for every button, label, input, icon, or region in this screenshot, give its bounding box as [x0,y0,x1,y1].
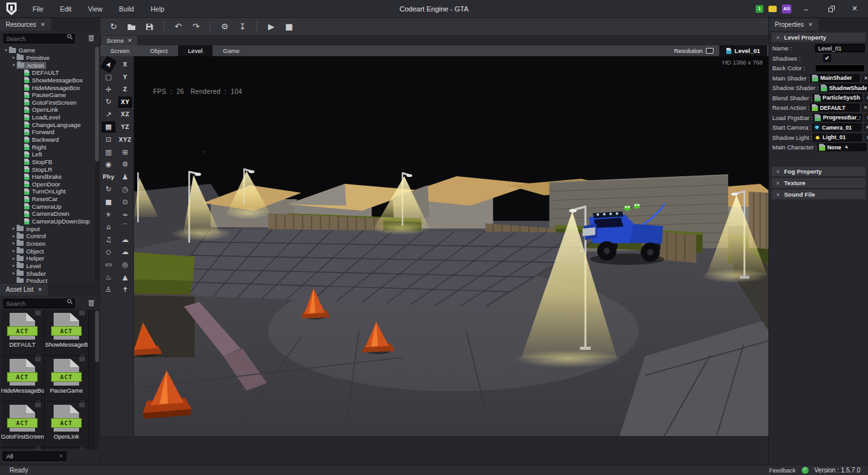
close-icon[interactable]: ✕ [41,22,45,27]
restore-button[interactable] [821,0,840,18]
level-tab[interactable]: Level_01 [719,45,767,56]
delete-button[interactable] [86,33,96,43]
asset-search-input[interactable] [3,299,75,308]
asset-pausegame[interactable]: ACTPauseGame [45,356,89,402]
settings-button[interactable]: ⚙ [216,20,233,34]
axis-z[interactable]: Z [118,84,132,95]
redo-button[interactable]: ↷ [188,20,204,34]
axis-xyz[interactable]: XYZ [118,134,132,146]
close-icon[interactable]: ✕ [809,22,813,27]
chat-icon[interactable] [768,6,777,12]
asset-openlink[interactable]: ACTOpenLink [45,402,89,448]
tab-asset-list[interactable]: Asset List ✕ [0,283,48,296]
select-tool[interactable]: ➤ [100,56,117,73]
caret-closed-icon[interactable]: ▸ [11,263,17,268]
tree-item-cameraupdownstop[interactable]: CameraUpDownStop [0,218,100,225]
subtab-screen[interactable]: Screen [100,45,140,56]
ghost-object[interactable]: ♙ [101,284,116,296]
tree-item-helper[interactable]: ▸Helper [0,255,100,262]
tree-item-action[interactable]: ▾Action [0,61,100,69]
notification-badge[interactable]: 1 [756,5,763,13]
feedback-link[interactable]: Feedback [769,467,796,474]
tree-item-shader[interactable]: ▸Shader [0,269,100,277]
clear-reference-button[interactable]: ✕ [862,103,868,112]
asset-scrollbar[interactable] [95,310,99,449]
menu-view[interactable]: View [80,5,111,13]
reference-chip[interactable]: ProgressBar_0 [812,114,862,122]
asset-hidemessagebox[interactable]: ACTHideMessageBox [1,356,45,402]
caret-closed-icon[interactable]: ▸ [11,248,17,253]
undo-button[interactable]: ↶ [170,20,186,34]
fog-object[interactable]: ☁ [118,246,132,258]
tree-item-loadlevel[interactable]: LoadLevel [0,114,100,121]
tree-item-right[interactable]: Right [0,143,100,151]
menu-help[interactable]: Help [142,5,173,13]
asset-partial[interactable]: ACT [1,448,45,449]
stop-button[interactable]: ■ [281,20,297,34]
tree-item-object[interactable]: ▸Object [0,247,100,255]
export-tool[interactable]: ↗ [101,109,116,120]
subtab-object[interactable]: Object [140,45,177,56]
tree-item-showmessagebox[interactable]: ShowMessageBox [0,77,100,84]
tree-item-backward[interactable]: Backward [0,136,100,144]
caret-closed-icon[interactable]: ▸ [11,234,17,239]
fire-object[interactable]: ♨ [101,271,116,283]
axis-yz[interactable]: YZ [118,121,132,133]
caret-open-icon[interactable]: ▾ [3,48,9,53]
reference-chip[interactable]: MainShader [810,74,860,82]
shadows-checkbox[interactable]: ✔ [823,54,831,62]
close-icon[interactable]: ✕ [38,287,42,292]
tree-item-primitive[interactable]: ▸Primitive [0,54,100,62]
color-swatch[interactable] [815,64,865,72]
refresh-button[interactable]: ↻ [105,20,122,34]
asset-filter-dropdown[interactable]: All ∨ [3,451,66,461]
cloud-object[interactable]: ☁ [118,234,132,245]
caret-closed-icon[interactable]: ▸ [11,271,17,276]
tree-item-resetcar[interactable]: ResetCar [0,195,100,203]
caret-closed-icon[interactable]: ▸ [11,226,17,231]
ring-object[interactable]: ◎ [118,259,132,271]
save-button[interactable] [141,20,158,34]
tree-item-gotofirstscreen[interactable]: GotoFirstScreen [0,98,100,106]
tree-item-hidemessagebox[interactable]: HideMessageBox [0,84,100,91]
tree-item-changelanguage[interactable]: ChangeLanguage [0,121,100,128]
subtab-game[interactable]: Game [213,45,250,56]
tree-item-opendoor[interactable]: OpenDoor [0,181,100,188]
tab-resources[interactable]: Resources ✕ [0,19,51,31]
water-object[interactable]: ≈ [118,209,132,220]
tree-item-stoplr[interactable]: StopLR [0,165,100,173]
property-input[interactable]: Level_01 [815,44,865,52]
axis-xz[interactable]: XZ [118,109,132,120]
move-tool[interactable]: ✛ [101,84,116,95]
axis-x[interactable]: X [118,59,132,70]
minimize-button[interactable]: – [797,0,816,18]
tree-item-game[interactable]: ▾Game [0,47,100,54]
audio-object[interactable]: ♫ [101,234,116,245]
asset-default[interactable]: ACTDEFAULT [1,310,45,356]
delete-button[interactable] [86,298,96,308]
plane-object[interactable]: ■ [101,197,116,208]
camera-tool[interactable]: ▥ [101,146,116,158]
reference-chip[interactable]: Camera_01 [812,123,862,132]
tree-item-control[interactable]: ▸Control [0,232,100,240]
tree-item-product[interactable]: Product [0,277,100,283]
tree-item-handbrake[interactable]: Handbrake [0,173,100,181]
section-texture[interactable]: ∨Texture [772,178,865,188]
user-avatar[interactable]: AS [782,4,791,13]
asset-showmessagebox[interactable]: ACTShowMessageBox [45,310,89,356]
close-icon[interactable]: ✕ [128,38,132,43]
clear-reference-button[interactable]: ✕ [864,114,868,122]
tree-item-level[interactable]: ▸Level [0,262,100,270]
tree-item-turnonlight[interactable]: TurnOnLight [0,188,100,195]
axis-y[interactable]: Y [118,72,132,83]
mesh-object[interactable]: ◇ [101,246,116,258]
tree-scrollbar[interactable] [95,45,99,282]
tree-item-left[interactable]: Left [0,151,100,158]
reference-chip[interactable]: Light_01 [812,133,862,142]
play-button[interactable]: ▶ [263,20,280,34]
viewport-3d[interactable]: HD 1366 x 768 FPS : 26 Rendered : 104 [134,56,768,436]
asset-partial[interactable]: ACT [45,448,89,449]
reference-chip[interactable]: ParticleSysSha [812,94,862,102]
dome-object[interactable]: ⌒ [118,222,132,233]
timer-object[interactable]: ◷ [118,184,132,195]
